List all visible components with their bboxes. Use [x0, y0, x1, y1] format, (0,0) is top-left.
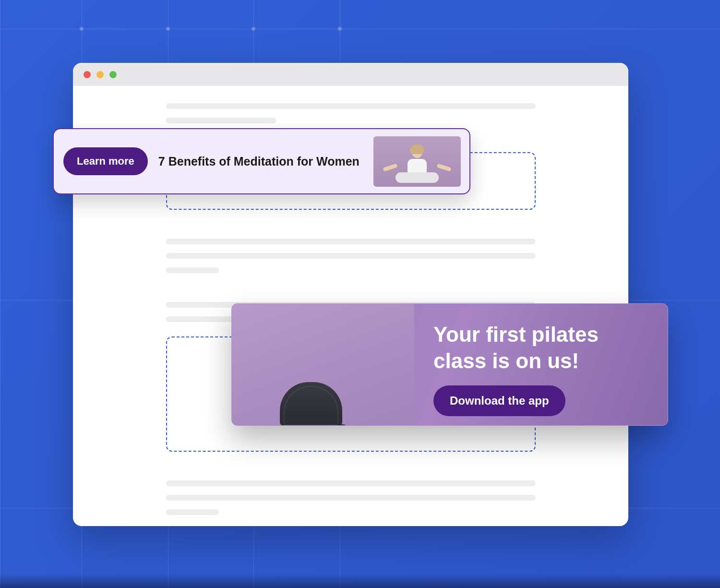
skeleton-paragraph [166, 239, 536, 273]
meditation-title: 7 Benefits of Meditation for Women [158, 155, 363, 168]
minimize-icon[interactable] [96, 71, 104, 78]
pilates-ad-card[interactable]: Your first pilates class is on us! Downl… [231, 303, 668, 426]
maximize-icon[interactable] [109, 71, 117, 78]
meditation-thumbnail [373, 136, 461, 187]
browser-titlebar [73, 63, 628, 86]
meditation-ad-card[interactable]: Learn more 7 Benefits of Meditation for … [53, 128, 470, 194]
pilates-photo [232, 304, 414, 425]
skeleton-paragraph [166, 103, 536, 123]
close-icon[interactable] [84, 71, 91, 78]
pilates-headline: Your first pilates class is on us! [433, 321, 648, 374]
skeleton-paragraph [166, 480, 536, 515]
bottom-fade [0, 574, 720, 588]
learn-more-button[interactable]: Learn more [63, 147, 148, 175]
download-app-button[interactable]: Download the app [433, 385, 565, 416]
